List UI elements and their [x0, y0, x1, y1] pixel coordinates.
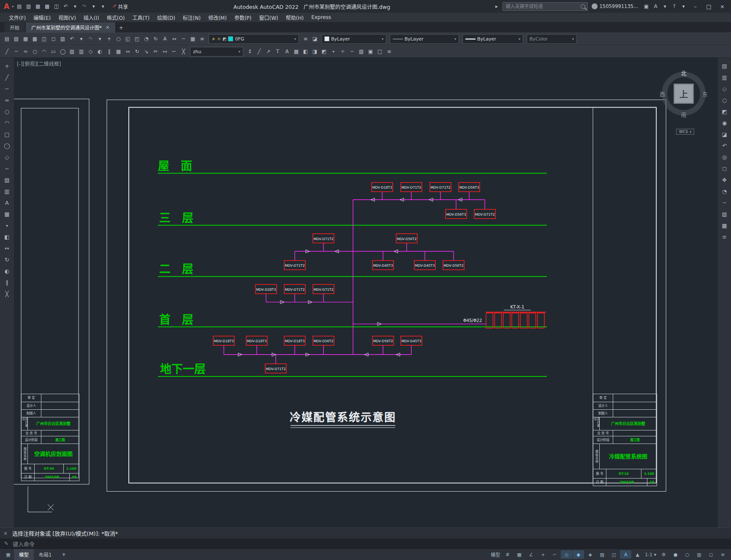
fillet-icon[interactable]: ⌐ — [170, 47, 179, 56]
qnew-icon[interactable]: ▤ — [15, 2, 24, 11]
infer-constraints-icon[interactable]: ∠ — [525, 550, 537, 559]
arc-icon[interactable]: ◠ — [40, 47, 49, 56]
layer-lock-icon[interactable]: ◩ — [223, 37, 226, 41]
move-icon[interactable]: ↔ — [3, 244, 11, 252]
lineweight-caret-icon[interactable]: ▾ — [519, 37, 520, 41]
object-color-dropdown[interactable]: ByLayer ▾ — [321, 34, 386, 44]
redo-caret-icon[interactable]: ▾ — [89, 2, 98, 11]
viewcube[interactable]: 北 南 西 东 上 — [658, 68, 709, 119]
new-layout-button[interactable]: + — [57, 549, 71, 560]
create-block-icon[interactable]: ◩ — [320, 47, 329, 56]
layer-off-icon[interactable]: ○ — [720, 96, 729, 104]
snap-mode-icon[interactable]: ▦ — [514, 550, 525, 559]
zoom-extents-icon[interactable]: ◻ — [720, 164, 729, 173]
menu-view[interactable]: 视图(V) — [54, 13, 80, 22]
model-tab[interactable]: 模型 — [14, 549, 34, 560]
table-icon[interactable]: ▦ — [292, 47, 301, 56]
section-icon[interactable]: ▧ — [720, 210, 729, 218]
lineweight-dropdown[interactable]: ByLayer ▾ — [462, 34, 523, 44]
ortho-mode-icon[interactable]: ⌐ — [549, 550, 560, 559]
command-input-row[interactable]: ✎ 键入命令 — [0, 538, 731, 549]
rotate-icon[interactable]: ↻ — [3, 255, 11, 264]
close-button[interactable]: × — [716, 0, 728, 13]
commandline-close-icon[interactable]: × — [3, 530, 8, 536]
clean-screen-icon[interactable]: ◻ — [705, 550, 717, 559]
layer-properties-icon[interactable]: ▤ — [720, 62, 729, 70]
maximize-button[interactable]: □ — [703, 0, 715, 13]
match-layer-icon[interactable]: ◪ — [310, 35, 319, 43]
layer-caret-icon[interactable]: ▾ — [294, 37, 296, 41]
pan-icon[interactable]: + — [105, 35, 114, 43]
polyline-icon[interactable]: ≈ — [3, 96, 11, 104]
circle-icon[interactable]: ○ — [30, 47, 39, 56]
annotation-scale[interactable]: 1:1 ▾ — [644, 550, 658, 559]
menu-tools[interactable]: 工具(T) — [129, 13, 154, 22]
polar-tracking-icon[interactable]: ◇ — [561, 550, 572, 559]
settings-icon[interactable]: ≡ — [720, 233, 729, 241]
saveall-icon[interactable]: ▩ — [30, 35, 39, 43]
text-icon[interactable]: A — [160, 35, 169, 43]
menu-parametric[interactable]: 参数(P) — [231, 13, 255, 22]
mirror-icon[interactable]: ◐ — [3, 267, 11, 275]
menu-file[interactable]: 文件(F) — [5, 13, 30, 22]
workspace-switching-icon[interactable]: ⚙ — [658, 550, 669, 559]
help-caret-icon[interactable]: ▾ — [679, 2, 688, 11]
open-icon[interactable]: ▧ — [12, 35, 21, 43]
divide-icon[interactable]: ÷ — [338, 47, 347, 56]
autocad-logo-icon[interactable]: A — [3, 2, 11, 11]
new-icon[interactable]: ▤ — [3, 35, 11, 43]
zoom-realtime-icon[interactable]: ○ — [114, 35, 123, 43]
qsave-icon[interactable]: ▦ — [33, 2, 42, 11]
mtext-icon[interactable]: T — [273, 47, 282, 56]
point-icon[interactable]: ∙ — [3, 221, 11, 230]
text-icon[interactable]: A — [3, 198, 11, 207]
annotation-monitor-icon[interactable]: ● — [670, 550, 681, 559]
plotstyle-caret-icon[interactable]: ▾ — [572, 37, 574, 41]
annotation-visibility-icon[interactable]: A — [620, 550, 631, 559]
menu-format[interactable]: 格式(O) — [103, 13, 129, 22]
model-space-toggle[interactable]: 模型 — [489, 550, 501, 559]
layer-walk-icon[interactable]: ▥ — [720, 73, 729, 81]
render-icon[interactable]: ▩ — [720, 221, 729, 230]
object-snap-icon[interactable]: ◆ — [573, 550, 584, 559]
hatch-edit-icon[interactable]: ▧ — [357, 47, 366, 56]
boundary-icon[interactable]: ◇ — [86, 47, 95, 56]
scale-icon[interactable]: ↘ — [142, 47, 151, 56]
trim-icon[interactable]: ✂ — [151, 47, 160, 56]
linetype-dropdown[interactable]: ByLayer ▾ — [390, 34, 459, 44]
transparency-icon[interactable]: ▨ — [596, 550, 608, 559]
menu-window[interactable]: 窗口(W) — [255, 13, 282, 22]
erase-icon[interactable]: ╳ — [3, 289, 11, 298]
tab-start[interactable]: 开始 — [4, 22, 25, 32]
autoscale-icon[interactable]: ▲ — [632, 550, 643, 559]
ellipse-icon[interactable]: ◯ — [58, 47, 67, 56]
layer-freeze-icon[interactable]: ◇ — [720, 84, 729, 93]
plot-icon[interactable]: ◫ — [40, 35, 49, 43]
tab-close-icon[interactable]: × — [106, 24, 110, 30]
hatch-icon[interactable]: ▨ — [68, 47, 76, 56]
isolate-objects-icon[interactable]: ○ — [682, 550, 693, 559]
spline-icon[interactable]: ~ — [3, 164, 11, 173]
layer-match-icon[interactable]: ◪ — [720, 130, 729, 138]
zoom-window-icon[interactable]: ◱ — [123, 35, 132, 43]
point-icon[interactable]: ∙ — [329, 47, 338, 56]
regen-icon[interactable]: ↻ — [151, 35, 160, 43]
text-style-dropdown[interactable]: zhu ▾ — [190, 47, 243, 57]
menu-draw[interactable]: 绘图(D) — [153, 13, 179, 22]
command-input-prompt[interactable]: 键入命令 — [13, 540, 35, 548]
gradient-icon[interactable]: ▥ — [3, 187, 11, 195]
publish-icon[interactable]: ▨ — [58, 35, 67, 43]
gradient-icon[interactable]: ▥ — [77, 47, 86, 56]
redo-icon[interactable]: ↷ — [86, 35, 95, 43]
redo-icon[interactable]: ↷ — [80, 2, 89, 11]
redo-caret-icon[interactable]: ▾ — [95, 35, 104, 43]
plotstyle-dropdown[interactable]: ByColor ▾ — [527, 34, 577, 44]
share-button[interactable]: ↗ 共享 — [109, 3, 131, 10]
selection-cycling-icon[interactable]: ◫ — [608, 550, 620, 559]
color-caret-icon[interactable]: ▾ — [382, 37, 383, 41]
plot-preview-icon[interactable]: ◻ — [49, 35, 58, 43]
measure-icon[interactable]: ─ — [179, 35, 188, 43]
user-account-button[interactable]: 15059991135... — [589, 3, 641, 9]
move-icon[interactable]: ↔ — [123, 47, 132, 56]
menu-insert[interactable]: 插入(I) — [80, 13, 103, 22]
